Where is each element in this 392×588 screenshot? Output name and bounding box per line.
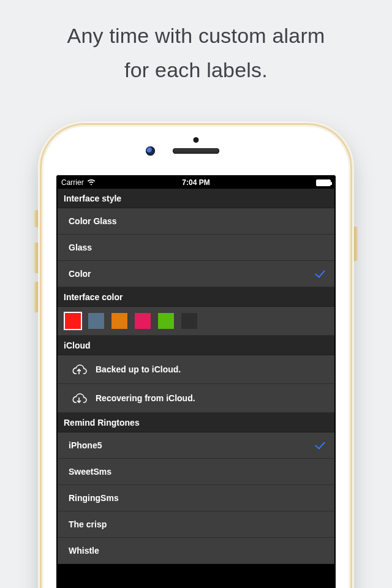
section-header-ringtones: Remind Ringtones: [58, 413, 334, 432]
ringtone-iphone5[interactable]: iPhone5: [58, 432, 334, 459]
phone-volume-down: [34, 282, 38, 312]
color-swatch-orange[interactable]: [111, 313, 127, 329]
phone-speaker: [173, 148, 219, 154]
icloud-restore-label: Recovering from iCloud.: [96, 393, 195, 403]
style-option-label: Color: [69, 269, 91, 279]
headline-line2: for each labels.: [124, 58, 268, 81]
ringtone-label: Whistle: [69, 546, 99, 556]
phone-screen: Carrier 7:04 PM Interface style Color Gl…: [56, 175, 336, 588]
section-header-icloud: iCloud: [58, 336, 334, 355]
ringtone-label: The crisp: [69, 519, 107, 529]
ringtone-whistle[interactable]: Whistle: [58, 538, 334, 564]
carrier-label: Carrier: [61, 178, 84, 187]
ringtone-label: RingingSms: [69, 493, 119, 503]
color-swatch-slate[interactable]: [88, 313, 104, 329]
color-swatch-black[interactable]: [181, 313, 197, 329]
style-option-color-glass[interactable]: Color Glass: [58, 208, 334, 235]
marketing-headline: Any time with custom alarm for each labe…: [0, 0, 392, 87]
phone-frame: Carrier 7:04 PM Interface style Color Gl…: [38, 121, 354, 588]
ringtone-sweetsms[interactable]: SweetSms: [58, 459, 334, 485]
headline-line1: Any time with custom alarm: [67, 24, 325, 47]
color-swatch-red[interactable]: [65, 313, 81, 329]
phone-volume-up: [34, 243, 38, 273]
color-swatch-row: [58, 307, 334, 336]
ringtone-ringingsms[interactable]: RingingSms: [58, 485, 334, 511]
section-header-interface-color: Interface color: [58, 287, 334, 307]
style-option-color[interactable]: Color: [58, 261, 334, 287]
cloud-download-icon: [71, 392, 87, 404]
wifi-icon: [87, 178, 96, 187]
section-header-interface-style: Interface style: [58, 189, 334, 208]
cloud-upload-icon: [71, 363, 87, 375]
ringtone-label: iPhone5: [69, 440, 102, 450]
icloud-backup-label: Backed up to iCloud.: [96, 364, 181, 374]
clock-time: 7:04 PM: [182, 178, 209, 187]
ringtone-thecrisp[interactable]: The crisp: [58, 511, 334, 538]
color-swatch-pink[interactable]: [135, 313, 151, 329]
icloud-backup-row[interactable]: Backed up to iCloud.: [58, 355, 334, 384]
color-swatch-green[interactable]: [158, 313, 174, 329]
phone-power-button: [354, 227, 358, 261]
phone-front-camera: [146, 146, 155, 156]
phone-mute-switch: [34, 210, 38, 227]
style-option-label: Color Glass: [69, 216, 117, 226]
style-option-label: Glass: [69, 243, 92, 252]
battery-icon: [316, 179, 331, 186]
style-option-glass[interactable]: Glass: [58, 235, 334, 261]
status-bar: Carrier 7:04 PM: [58, 176, 334, 189]
phone-sensor-dot: [194, 137, 199, 143]
ringtone-label: SweetSms: [69, 467, 111, 477]
icloud-restore-row[interactable]: Recovering from iCloud.: [58, 384, 334, 413]
